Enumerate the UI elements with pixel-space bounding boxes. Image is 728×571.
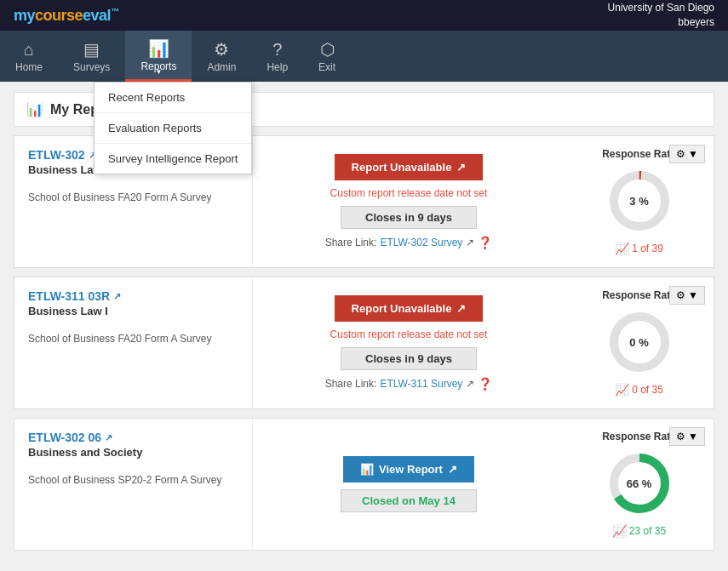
donut-chart-3: 66 % xyxy=(605,449,674,517)
share-link-1: Share Link: ETLW-302 Survey ↗ ❓ xyxy=(325,236,493,249)
report-unavailable-label-1: Report Unavailable xyxy=(352,161,452,174)
share-ext-icon-1: ↗ xyxy=(466,237,474,248)
course-code-etlw-302-06: ETLW-302 06 ↗ xyxy=(28,431,238,444)
trend-icon-3: 📈 xyxy=(612,524,627,538)
gear-btn-2[interactable]: ⚙ ▼ xyxy=(669,286,705,305)
nav-bar: ⌂ Home ▤ Surveys 📊 Reports ▼ ⚙ Admin ? H… xyxy=(0,31,728,82)
reports-icon: 📊 xyxy=(148,38,169,59)
share-help-icon-1[interactable]: ❓ xyxy=(478,236,492,249)
response-count-text-2: 0 of 35 xyxy=(632,384,663,396)
course-middle-etlw-302: Report Unavailable ↗ Custom report relea… xyxy=(253,136,565,267)
top-bar: mycourseeval™ University of San Diego bb… xyxy=(0,0,728,31)
course-right-etlw-302: ⚙ ▼ Response Rate 3 % 📈 1 of 39 xyxy=(565,136,714,267)
course-right-etlw-302-06: ⚙ ▼ Response Rate 66 % 📈 23 of 35 xyxy=(565,419,714,550)
trend-icon-2: 📈 xyxy=(615,383,629,397)
closed-badge-3: Closed on May 14 xyxy=(341,489,477,512)
report-unavailable-ext-icon-1: ↗ xyxy=(456,161,466,174)
share-help-icon-2[interactable]: ❓ xyxy=(478,377,492,391)
surveys-icon: ▤ xyxy=(83,39,100,60)
response-count-1: 📈 1 of 39 xyxy=(615,242,663,255)
nav-help[interactable]: ? Help xyxy=(251,31,303,82)
nav-exit-label: Exit xyxy=(318,61,335,73)
nav-reports[interactable]: 📊 Reports ▼ xyxy=(125,31,192,82)
report-unavailable-btn-1[interactable]: Report Unavailable ↗ xyxy=(335,154,484,180)
nav-admin-label: Admin xyxy=(207,61,236,73)
university-name: University of San Diego xyxy=(608,1,714,15)
share-link-anchor-1[interactable]: ETLW-302 Survey xyxy=(380,237,462,248)
donut-chart-1: 3 % xyxy=(605,167,674,235)
donut-center-3: 66 % xyxy=(627,477,652,490)
page-header-icon: 📊 xyxy=(26,101,43,117)
home-icon: ⌂ xyxy=(24,40,34,60)
donut-center-2: 0 % xyxy=(629,336,648,349)
course-card-etlw-302-06: ETLW-302 06 ↗ Business and Society Schoo… xyxy=(14,418,714,551)
course-survey-etlw-302: School of Business FA20 Form A Survey xyxy=(28,191,238,203)
share-link-anchor-2[interactable]: ETLW-311 Survey xyxy=(380,378,462,390)
donut-chart-2: 0 % xyxy=(605,308,674,376)
username: bbeyers xyxy=(608,15,714,30)
report-unavailable-ext-icon-2: ↗ xyxy=(456,302,466,315)
view-report-label: View Report xyxy=(379,463,443,476)
nav-surveys-label: Surveys xyxy=(73,61,110,73)
app-logo: mycourseeval™ xyxy=(14,7,119,25)
share-text-1: Share Link: xyxy=(325,237,377,248)
course-card-etlw-311: ETLW-311 03R ↗ Business Law I School of … xyxy=(14,277,714,409)
view-report-icon: 📊 xyxy=(360,463,374,476)
course-left-etlw-302-06: ETLW-302 06 ↗ Business and Society Schoo… xyxy=(14,419,253,550)
trend-icon-1: 📈 xyxy=(615,242,629,255)
course-name-etlw-302-06: Business and Society xyxy=(28,446,238,459)
share-ext-icon-2: ↗ xyxy=(466,378,474,390)
gear-btn-1[interactable]: ⚙ ▼ xyxy=(669,145,705,163)
error-text-2: Custom report release date not set xyxy=(330,328,488,340)
course-middle-etlw-311: Report Unavailable ↗ Custom report relea… xyxy=(253,277,565,408)
report-unavailable-btn-2[interactable]: Report Unavailable ↗ xyxy=(335,295,484,322)
response-count-3: 📈 23 of 35 xyxy=(612,524,666,538)
response-rate-label-2: Response Rate xyxy=(602,289,676,301)
course-right-etlw-311: ⚙ ▼ Response Rate 0 % 📈 0 of 35 xyxy=(565,277,714,408)
course-name-etlw-311: Business Law I xyxy=(28,305,238,317)
response-count-text-3: 23 of 35 xyxy=(629,525,666,537)
ext-link-icon-2: ↗ xyxy=(113,291,121,302)
response-count-2: 📈 0 of 35 xyxy=(615,383,663,397)
course-middle-etlw-302-06: 📊 View Report ↗ Closed on May 14 xyxy=(253,419,565,550)
error-text-1: Custom report release date not set xyxy=(330,187,488,199)
share-text-2: Share Link: xyxy=(325,378,377,390)
ext-link-icon-3: ↗ xyxy=(105,432,112,443)
closes-badge-1: Closes in 9 days xyxy=(341,206,477,229)
gear-btn-3[interactable]: ⚙ ▼ xyxy=(669,427,705,446)
course-survey-etlw-302-06: School of Business SP20-2 Form A Survey xyxy=(28,474,238,486)
exit-icon: ⬡ xyxy=(320,39,335,60)
course-survey-etlw-311: School of Business FA20 Form A Survey xyxy=(28,333,238,345)
dropdown-evaluation-reports[interactable]: Evaluation Reports xyxy=(95,113,251,144)
dropdown-recent-reports[interactable]: Recent Reports xyxy=(95,83,251,113)
course-left-etlw-311: ETLW-311 03R ↗ Business Law I School of … xyxy=(14,277,253,408)
nav-surveys[interactable]: ▤ Surveys xyxy=(58,31,125,82)
reports-dropdown-arrow: ▼ xyxy=(155,68,162,76)
response-rate-label-1: Response Rate xyxy=(602,148,676,160)
nav-home-label: Home xyxy=(15,61,43,73)
nav-home[interactable]: ⌂ Home xyxy=(0,31,58,82)
help-icon: ? xyxy=(272,40,282,60)
share-link-2: Share Link: ETLW-311 Survey ↗ ❓ xyxy=(325,377,493,391)
user-info: University of San Diego bbeyers xyxy=(608,1,714,30)
nav-exit[interactable]: ⬡ Exit xyxy=(303,31,351,82)
admin-icon: ⚙ xyxy=(214,39,229,60)
response-rate-label-3: Response Rate xyxy=(602,431,676,443)
closes-badge-2: Closes in 9 days xyxy=(341,347,477,370)
dropdown-survey-intelligence[interactable]: Survey Intelligence Report xyxy=(95,144,251,174)
report-unavailable-label-2: Report Unavailable xyxy=(352,302,452,315)
course-code-etlw-311: ETLW-311 03R ↗ xyxy=(28,289,238,303)
view-report-ext-icon: ↗ xyxy=(448,463,457,476)
response-count-text-1: 1 of 39 xyxy=(632,243,663,254)
donut-center-1: 3 % xyxy=(629,195,648,208)
nav-admin[interactable]: ⚙ Admin xyxy=(192,31,251,82)
view-report-btn[interactable]: 📊 View Report ↗ xyxy=(343,456,474,482)
nav-help-label: Help xyxy=(267,61,288,73)
reports-dropdown-menu: Recent Reports Evaluation Reports Survey… xyxy=(94,82,252,174)
